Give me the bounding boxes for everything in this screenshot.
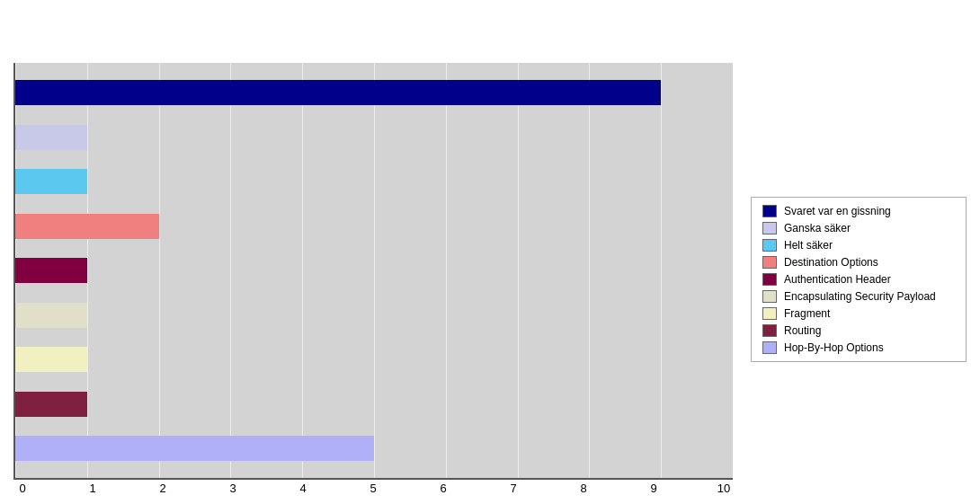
x-axis-label: 7 bbox=[504, 482, 522, 495]
x-axis-label: 0 bbox=[13, 482, 31, 495]
legend-swatch bbox=[762, 273, 777, 286]
x-axis-label: 6 bbox=[434, 482, 452, 495]
legend-swatch bbox=[762, 205, 777, 217]
legend-item: Destination Options bbox=[762, 256, 955, 269]
legend-swatch bbox=[762, 239, 777, 252]
legend-label: Helt säker bbox=[784, 239, 833, 252]
bar-encapsulating-security-payload bbox=[15, 303, 87, 328]
legend-label: Encapsulating Security Payload bbox=[784, 290, 936, 303]
legend-swatch bbox=[762, 341, 777, 354]
x-axis-label: 3 bbox=[224, 482, 242, 495]
x-axis-label: 2 bbox=[154, 482, 172, 495]
bar-row bbox=[15, 258, 733, 283]
chart-legend: Svaret var en gissningGanska säkerHelt s… bbox=[751, 197, 967, 362]
main-container: 012345678910 Svaret var en gissningGansk… bbox=[0, 0, 980, 504]
x-axis-label: 4 bbox=[294, 482, 312, 495]
legend-swatch bbox=[762, 290, 777, 303]
legend-swatch bbox=[762, 324, 777, 337]
legend-swatch bbox=[762, 307, 777, 320]
legend-item: Ganska säker bbox=[762, 222, 955, 234]
bar-authentication-header bbox=[15, 258, 87, 283]
bar-row bbox=[15, 347, 733, 372]
bar-row bbox=[15, 392, 733, 417]
x-axis-label: 10 bbox=[715, 482, 733, 495]
legend-item: Svaret var en gissning bbox=[762, 205, 955, 217]
bar-row bbox=[15, 436, 733, 461]
legend-label: Hop-By-Hop Options bbox=[784, 341, 884, 354]
bar-row bbox=[15, 169, 733, 194]
bar-row bbox=[15, 125, 733, 150]
bar-row bbox=[15, 80, 733, 105]
x-axis-labels: 012345678910 bbox=[13, 482, 733, 495]
legend-item: Authentication Header bbox=[762, 273, 955, 286]
legend-item: Fragment bbox=[762, 307, 955, 320]
legend-label: Authentication Header bbox=[784, 273, 891, 286]
bar-fragment bbox=[15, 347, 87, 372]
legend-swatch bbox=[762, 222, 777, 234]
x-axis-label: 5 bbox=[364, 482, 382, 495]
chart-title bbox=[13, 9, 967, 54]
x-axis-label: 1 bbox=[84, 482, 102, 495]
legend-label: Fragment bbox=[784, 307, 830, 320]
bars-container bbox=[13, 63, 733, 480]
legend-label: Svaret var en gissning bbox=[784, 205, 891, 217]
bar-row bbox=[15, 303, 733, 328]
bar-routing bbox=[15, 392, 87, 417]
x-axis-label: 9 bbox=[645, 482, 663, 495]
legend-label: Destination Options bbox=[784, 256, 878, 269]
bar-hop-by-hop-options bbox=[15, 436, 374, 461]
bar-destination-options bbox=[15, 214, 159, 239]
chart-area: 012345678910 Svaret var en gissningGansk… bbox=[13, 63, 967, 495]
x-axis-label: 8 bbox=[575, 482, 592, 495]
legend-item: Encapsulating Security Payload bbox=[762, 290, 955, 303]
chart-with-axis: 012345678910 bbox=[13, 63, 733, 495]
grid-line bbox=[733, 63, 734, 478]
legend-item: Hop-By-Hop Options bbox=[762, 341, 955, 354]
legend-label: Ganska säker bbox=[784, 222, 851, 234]
bar-ganska-säker bbox=[15, 125, 87, 150]
legend-item: Routing bbox=[762, 324, 955, 337]
legend-swatch bbox=[762, 256, 777, 269]
bar-helt-säker bbox=[15, 169, 87, 194]
bar-svaret-var-en-gissning bbox=[15, 80, 661, 105]
legend-label: Routing bbox=[784, 324, 821, 337]
bar-row bbox=[15, 214, 733, 239]
legend-item: Helt säker bbox=[762, 239, 955, 252]
